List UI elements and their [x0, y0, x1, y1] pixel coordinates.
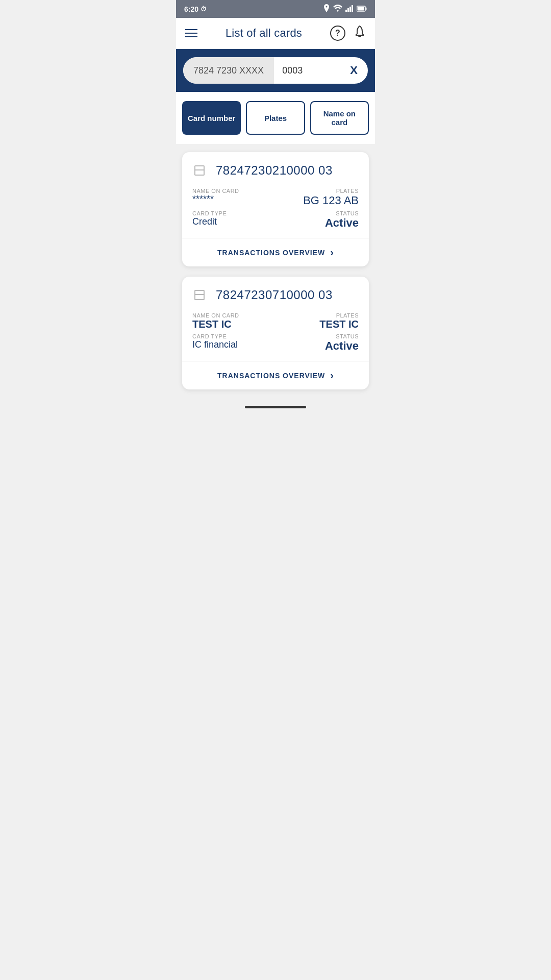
- top-nav: List of all cards ?: [176, 18, 375, 49]
- search-clear-button[interactable]: X: [340, 64, 368, 77]
- card-number-1: 78247230210000 03: [216, 163, 333, 178]
- card-detail-status-2: STATUS Active: [276, 333, 359, 353]
- search-bar[interactable]: 7824 7230 XXXX 0003 X: [183, 57, 368, 84]
- card-number-2: 78247230710000 03: [216, 288, 333, 302]
- hamburger-line-2: [185, 33, 197, 34]
- location-icon: [323, 4, 330, 14]
- name-on-card-label-2: NAME ON CARD: [192, 312, 276, 318]
- card-item-1: 78247230210000 03 NAME ON CARD ****** PL…: [182, 152, 369, 266]
- chevron-right-icon-1: ›: [330, 247, 334, 258]
- status-time: 6:20: [184, 5, 198, 13]
- card-detail-type-2: CARD TYPE IC financial: [192, 333, 276, 353]
- status-alarm-icon: ⏱: [201, 6, 207, 13]
- card-details-2: NAME ON CARD TEST IC PLATES TEST IC CARD…: [192, 312, 359, 353]
- card-detail-status-1: STATUS Active: [276, 210, 359, 230]
- card-header-1: 78247230210000 03: [192, 162, 359, 179]
- svg-rect-3: [352, 5, 353, 12]
- filter-card-number[interactable]: Card number: [182, 101, 241, 135]
- card-type-label-1: CARD TYPE: [192, 210, 276, 216]
- transactions-overview-link-1[interactable]: TRANSACTIONS OVERVIEW: [217, 249, 325, 257]
- card-detail-plates-1: PLATES BG 123 AB: [276, 188, 359, 207]
- svg-rect-6: [366, 7, 367, 10]
- status-bar: 6:20 ⏱: [176, 0, 375, 18]
- card-detail-plates-2: PLATES TEST IC: [276, 312, 359, 330]
- card-type-value-1: Credit: [192, 216, 276, 227]
- name-on-card-value-2: TEST IC: [192, 318, 276, 330]
- search-partial-number: 7824 7230 XXXX: [183, 57, 274, 84]
- status-time-area: 6:20 ⏱: [184, 5, 207, 13]
- card-details-1: NAME ON CARD ****** PLATES BG 123 AB CAR…: [192, 188, 359, 230]
- card-footer-1[interactable]: TRANSACTIONS OVERVIEW ›: [192, 238, 359, 266]
- hamburger-line-3: [185, 36, 197, 37]
- status-label-1: STATUS: [276, 210, 359, 216]
- page-title: List of all cards: [226, 27, 302, 40]
- card-header-2: 78247230710000 03: [192, 287, 359, 303]
- signal-icon: [345, 5, 354, 13]
- search-suffix[interactable]: 0003: [274, 65, 340, 76]
- status-value-2: Active: [276, 339, 359, 353]
- filter-name-on-card[interactable]: Name on card: [310, 101, 369, 135]
- card-type-label-2: CARD TYPE: [192, 333, 276, 339]
- plates-label-2: PLATES: [276, 312, 359, 318]
- plates-value-2: TEST IC: [276, 318, 359, 330]
- wifi-icon: [333, 5, 342, 13]
- transactions-overview-link-2[interactable]: TRANSACTIONS OVERVIEW: [217, 372, 325, 380]
- search-section: 7824 7230 XXXX 0003 X: [176, 49, 375, 92]
- card-detail-name-label-1: NAME ON CARD ******: [192, 188, 276, 207]
- name-on-card-label-1: NAME ON CARD: [192, 188, 276, 194]
- svg-rect-1: [347, 8, 349, 12]
- nav-icon-area: ?: [330, 25, 366, 41]
- status-value-1: Active: [276, 216, 359, 230]
- svg-rect-2: [349, 7, 351, 12]
- svg-rect-0: [345, 10, 347, 12]
- card-detail-type-1: CARD TYPE Credit: [192, 210, 276, 230]
- card-flag-icon-2: [192, 287, 209, 303]
- card-detail-name-2: NAME ON CARD TEST IC: [192, 312, 276, 330]
- status-label-2: STATUS: [276, 333, 359, 339]
- card-type-value-2: IC financial: [192, 339, 276, 350]
- status-icons-area: [323, 4, 367, 14]
- filter-section: Card number Plates Name on card: [176, 92, 375, 144]
- card-footer-2[interactable]: TRANSACTIONS OVERVIEW ›: [192, 361, 359, 389]
- plates-value-1: BG 123 AB: [276, 194, 359, 207]
- card-flag-icon-1: [192, 162, 209, 179]
- home-indicator: [245, 406, 306, 408]
- card-item-2: 78247230710000 03 NAME ON CARD TEST IC P…: [182, 277, 369, 389]
- help-button[interactable]: ?: [330, 26, 345, 41]
- bottom-indicator: [176, 398, 375, 416]
- svg-rect-5: [358, 7, 364, 10]
- filter-plates[interactable]: Plates: [246, 101, 305, 135]
- name-on-card-value-1: ******: [192, 194, 276, 205]
- cards-section: 78247230210000 03 NAME ON CARD ****** PL…: [176, 144, 375, 398]
- battery-icon: [357, 5, 367, 13]
- hamburger-menu[interactable]: [185, 29, 197, 37]
- help-icon: ?: [335, 29, 340, 38]
- plates-label-1: PLATES: [276, 188, 359, 194]
- chevron-right-icon-2: ›: [330, 370, 334, 381]
- notification-button[interactable]: [354, 25, 366, 41]
- hamburger-line-1: [185, 29, 197, 30]
